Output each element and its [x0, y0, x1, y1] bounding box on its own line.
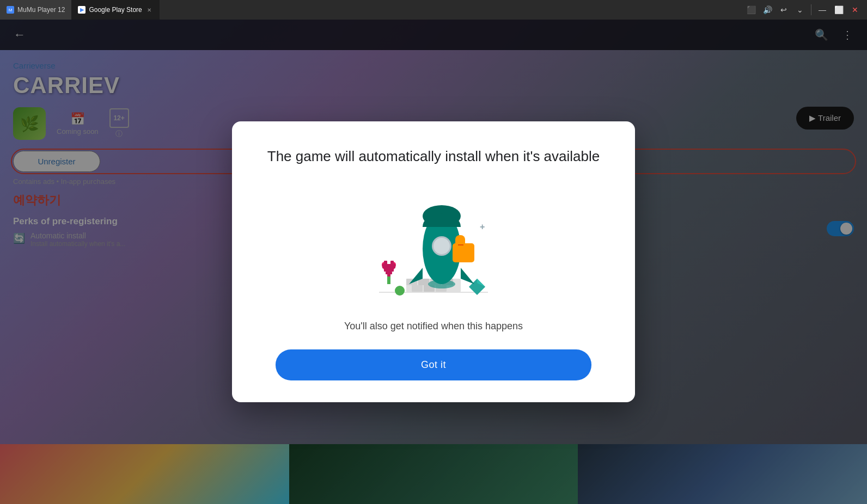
- volume-icon-btn[interactable]: 🔊: [760, 2, 775, 17]
- svg-rect-25: [455, 235, 465, 250]
- svg-text:+: +: [480, 222, 485, 231]
- modal-subtitle: You'll also get notified when this happe…: [344, 321, 523, 332]
- dropdown-icon-btn[interactable]: ⌄: [792, 2, 808, 17]
- svg-rect-18: [387, 274, 390, 276]
- tab-play-store[interactable]: ▶ Google Play Store ✕: [71, 0, 159, 20]
- tab-mumu-label: MuMu Player 12: [17, 6, 65, 14]
- svg-rect-6: [412, 285, 423, 292]
- control-separator: [811, 4, 811, 15]
- monitor-icon-btn[interactable]: ⬛: [743, 2, 759, 17]
- svg-rect-17: [386, 272, 392, 274]
- svg-rect-16: [384, 268, 394, 272]
- svg-rect-15: [382, 264, 395, 268]
- mumu-icon: M: [7, 6, 14, 14]
- window-controls: ⬛ 🔊 ↩ ⌄ — ⬜ ✕: [743, 2, 867, 17]
- svg-point-22: [434, 238, 450, 254]
- svg-rect-13: [384, 261, 387, 264]
- titlebar: M MuMu Player 12 ▶ Google Play Store ✕ ⬛…: [0, 0, 867, 20]
- rocket-illustration: +: [357, 183, 510, 303]
- got-it-button[interactable]: Got it: [276, 349, 591, 380]
- minimize-button[interactable]: —: [815, 2, 830, 17]
- undo-icon-btn[interactable]: ↩: [776, 2, 791, 17]
- svg-rect-14: [390, 261, 394, 264]
- svg-point-23: [428, 280, 455, 288]
- modal-backdrop: The game will automatically install when…: [0, 20, 867, 504]
- tab-play-store-label: Google Play Store: [89, 6, 142, 14]
- tab-close-button[interactable]: ✕: [145, 6, 153, 14]
- modal-title: The game will automatically install when…: [267, 147, 600, 166]
- svg-point-9: [395, 286, 405, 296]
- pre-register-modal: The game will automatically install when…: [232, 121, 635, 402]
- restore-button[interactable]: ⬜: [831, 2, 846, 17]
- play-store-icon: ▶: [78, 6, 86, 14]
- tab-mumu[interactable]: M MuMu Player 12: [0, 0, 71, 20]
- app-content: ← 🔍 ⋮ Carrieverse CARRIEV 🌿 📅 Coming soo…: [0, 20, 867, 504]
- close-button[interactable]: ✕: [847, 2, 863, 17]
